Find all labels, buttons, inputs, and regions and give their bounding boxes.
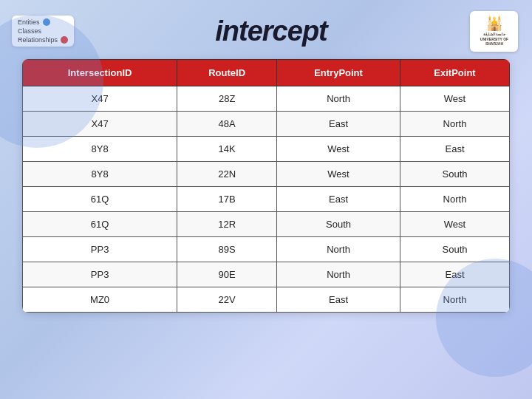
table-row: PP390ENorthEast <box>23 262 510 287</box>
cell-r3-c1: 22N <box>177 162 277 187</box>
cell-r2-c3: East <box>400 137 509 162</box>
cell-r6-c0: PP3 <box>23 237 177 262</box>
cell-r8-c0: MZ0 <box>23 287 177 313</box>
cell-r8-c1: 22V <box>177 287 277 313</box>
cell-r7-c1: 90E <box>177 262 277 287</box>
table-row: X4748AEastNorth <box>23 112 510 137</box>
cell-r5-c2: South <box>277 212 400 237</box>
cell-r6-c1: 89S <box>177 237 277 262</box>
cell-r3-c3: South <box>400 162 509 187</box>
cell-r0-c1: 28Z <box>177 86 277 112</box>
table-row: 61Q12RSouthWest <box>23 212 510 237</box>
cell-r1-c2: East <box>277 112 400 137</box>
cell-r1-c3: North <box>400 112 509 137</box>
university-name-english: UNIVERSITY OF SHARJAH <box>473 37 515 47</box>
cell-r6-c2: North <box>277 237 400 262</box>
cell-r3-c2: West <box>277 162 400 187</box>
building-icon: 🕌 <box>486 16 502 32</box>
cell-r8-c2: East <box>277 287 400 313</box>
cell-r5-c1: 12R <box>177 212 277 237</box>
cell-r2-c2: West <box>277 137 400 162</box>
cell-r2-c1: 14K <box>177 137 277 162</box>
col-header-entry-point: EntryPoint <box>277 60 400 86</box>
table-row: PP389SNorthSouth <box>23 237 510 262</box>
cell-r5-c3: West <box>400 212 509 237</box>
cell-r5-c0: 61Q <box>23 212 177 237</box>
cell-r0-c2: North <box>277 86 400 112</box>
col-header-exit-point: ExitPoint <box>400 60 509 86</box>
cell-r1-c1: 48A <box>177 112 277 137</box>
table-row: 61Q17BEastNorth <box>23 187 510 212</box>
col-header-route-id: RouteID <box>177 60 277 86</box>
university-logo: 🕌 جامعة الشارقة UNIVERSITY OF SHARJAH <box>470 11 518 52</box>
cell-r3-c0: 8Y8 <box>23 162 177 187</box>
cell-r7-c2: North <box>277 262 400 287</box>
cell-r4-c0: 61Q <box>23 187 177 212</box>
table-row: 8Y814KWestEast <box>23 137 510 162</box>
cell-r7-c0: PP3 <box>23 262 177 287</box>
table-row: 8Y822NWestSouth <box>23 162 510 187</box>
university-logo-container: 🕌 جامعة الشارقة UNIVERSITY OF SHARJAH <box>468 9 520 53</box>
cell-r4-c2: East <box>277 187 400 212</box>
app-title: intercept <box>215 16 327 47</box>
cell-r4-c1: 17B <box>177 187 277 212</box>
cell-r0-c3: West <box>400 86 509 112</box>
cell-r4-c3: North <box>400 187 509 212</box>
